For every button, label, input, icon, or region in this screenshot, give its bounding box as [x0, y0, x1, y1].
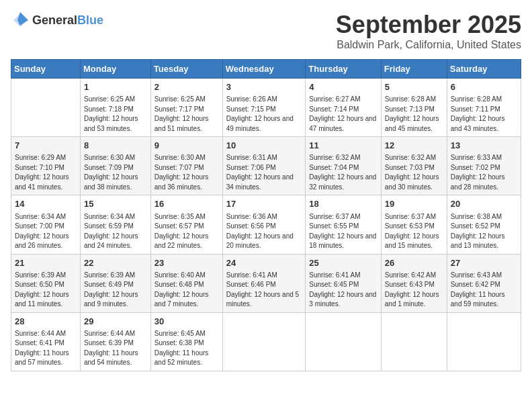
calendar-cell: 19Sunrise: 6:37 AM Sunset: 6:53 PM Dayli…	[381, 195, 447, 254]
day-number: 19	[385, 198, 443, 210]
day-info: Sunrise: 6:34 AM Sunset: 7:00 PM Dayligh…	[15, 212, 77, 251]
day-info: Sunrise: 6:30 AM Sunset: 7:07 PM Dayligh…	[154, 153, 219, 192]
calendar-cell: 7Sunrise: 6:29 AM Sunset: 7:10 PM Daylig…	[11, 137, 81, 195]
day-info: Sunrise: 6:42 AM Sunset: 6:43 PM Dayligh…	[385, 271, 443, 310]
day-number: 1	[84, 81, 147, 93]
day-info: Sunrise: 6:39 AM Sunset: 6:49 PM Dayligh…	[84, 271, 147, 310]
day-info: Sunrise: 6:35 AM Sunset: 6:57 PM Dayligh…	[154, 212, 219, 251]
day-info: Sunrise: 6:29 AM Sunset: 7:10 PM Dayligh…	[15, 153, 77, 192]
logo-blue: Blue	[77, 13, 103, 27]
day-number: 4	[309, 81, 378, 93]
month-title: September 2025	[336, 11, 521, 39]
day-of-week-header: Tuesday	[150, 60, 222, 79]
day-info: Sunrise: 6:25 AM Sunset: 7:17 PM Dayligh…	[154, 95, 219, 134]
day-number: 11	[309, 140, 378, 152]
day-info: Sunrise: 6:37 AM Sunset: 6:55 PM Dayligh…	[309, 212, 378, 251]
day-number: 25	[309, 257, 378, 269]
title-area: September 2025 Baldwin Park, California,…	[336, 11, 521, 51]
calendar-cell	[11, 79, 81, 137]
calendar-cell: 30Sunrise: 6:45 AM Sunset: 6:38 PM Dayli…	[150, 312, 222, 371]
day-info: Sunrise: 6:40 AM Sunset: 6:48 PM Dayligh…	[154, 271, 219, 310]
day-info: Sunrise: 6:33 AM Sunset: 7:02 PM Dayligh…	[451, 153, 517, 192]
day-number: 14	[15, 198, 77, 210]
calendar-header-row: SundayMondayTuesdayWednesdayThursdayFrid…	[11, 60, 521, 79]
day-number: 12	[385, 140, 443, 152]
calendar-cell: 25Sunrise: 6:41 AM Sunset: 6:45 PM Dayli…	[306, 254, 382, 312]
day-number: 20	[451, 198, 517, 210]
logo-icon	[11, 11, 30, 30]
day-number: 10	[226, 140, 302, 152]
logo: GeneralBlue	[11, 11, 103, 30]
calendar-cell: 3Sunrise: 6:26 AM Sunset: 7:15 PM Daylig…	[222, 79, 306, 137]
calendar-cell: 14Sunrise: 6:34 AM Sunset: 7:00 PM Dayli…	[11, 195, 81, 254]
calendar-cell: 9Sunrise: 6:30 AM Sunset: 7:07 PM Daylig…	[150, 137, 222, 195]
day-number: 23	[154, 257, 219, 269]
day-number: 28	[15, 316, 77, 328]
calendar-cell: 10Sunrise: 6:31 AM Sunset: 7:06 PM Dayli…	[222, 137, 306, 195]
day-info: Sunrise: 6:44 AM Sunset: 6:39 PM Dayligh…	[84, 329, 147, 368]
calendar-cell: 2Sunrise: 6:25 AM Sunset: 7:17 PM Daylig…	[150, 79, 222, 137]
day-number: 8	[84, 140, 147, 152]
calendar-table: SundayMondayTuesdayWednesdayThursdayFrid…	[11, 59, 521, 371]
calendar-cell: 17Sunrise: 6:36 AM Sunset: 6:56 PM Dayli…	[222, 195, 306, 254]
calendar-cell	[222, 312, 306, 371]
day-number: 26	[385, 257, 443, 269]
day-info: Sunrise: 6:28 AM Sunset: 7:13 PM Dayligh…	[385, 95, 443, 134]
day-number: 6	[451, 81, 517, 93]
day-of-week-header: Monday	[81, 60, 151, 79]
day-number: 15	[84, 198, 147, 210]
day-info: Sunrise: 6:34 AM Sunset: 6:59 PM Dayligh…	[84, 212, 147, 251]
day-info: Sunrise: 6:26 AM Sunset: 7:15 PM Dayligh…	[226, 95, 302, 134]
day-number: 18	[309, 198, 378, 210]
calendar-cell	[306, 312, 382, 371]
calendar-cell: 20Sunrise: 6:38 AM Sunset: 6:52 PM Dayli…	[447, 195, 521, 254]
day-number: 7	[15, 140, 77, 152]
day-info: Sunrise: 6:41 AM Sunset: 6:46 PM Dayligh…	[226, 271, 302, 310]
day-number: 13	[451, 140, 517, 152]
day-info: Sunrise: 6:36 AM Sunset: 6:56 PM Dayligh…	[226, 212, 302, 251]
day-number: 16	[154, 198, 219, 210]
day-info: Sunrise: 6:39 AM Sunset: 6:50 PM Dayligh…	[15, 271, 77, 310]
calendar-cell: 4Sunrise: 6:27 AM Sunset: 7:14 PM Daylig…	[306, 79, 382, 137]
calendar-week-row: 28Sunrise: 6:44 AM Sunset: 6:41 PM Dayli…	[11, 312, 521, 371]
calendar-cell: 8Sunrise: 6:30 AM Sunset: 7:09 PM Daylig…	[81, 137, 151, 195]
page-header: GeneralBlue September 2025 Baldwin Park,…	[11, 11, 521, 51]
day-number: 21	[15, 257, 77, 269]
calendar-cell: 11Sunrise: 6:32 AM Sunset: 7:04 PM Dayli…	[306, 137, 382, 195]
calendar-body: 1Sunrise: 6:25 AM Sunset: 7:18 PM Daylig…	[11, 79, 521, 371]
day-of-week-header: Wednesday	[222, 60, 306, 79]
calendar-cell: 16Sunrise: 6:35 AM Sunset: 6:57 PM Dayli…	[150, 195, 222, 254]
calendar-cell: 23Sunrise: 6:40 AM Sunset: 6:48 PM Dayli…	[150, 254, 222, 312]
day-number: 29	[84, 316, 147, 328]
calendar-cell: 18Sunrise: 6:37 AM Sunset: 6:55 PM Dayli…	[306, 195, 382, 254]
day-of-week-header: Saturday	[447, 60, 521, 79]
day-info: Sunrise: 6:32 AM Sunset: 7:03 PM Dayligh…	[385, 153, 443, 192]
day-info: Sunrise: 6:37 AM Sunset: 6:53 PM Dayligh…	[385, 212, 443, 251]
day-number: 2	[154, 81, 219, 93]
day-of-week-header: Sunday	[11, 60, 81, 79]
day-number: 9	[154, 140, 219, 152]
calendar-cell: 6Sunrise: 6:28 AM Sunset: 7:11 PM Daylig…	[447, 79, 521, 137]
calendar-cell: 27Sunrise: 6:43 AM Sunset: 6:42 PM Dayli…	[447, 254, 521, 312]
day-number: 24	[226, 257, 302, 269]
day-number: 5	[385, 81, 443, 93]
day-info: Sunrise: 6:45 AM Sunset: 6:38 PM Dayligh…	[154, 329, 219, 368]
calendar-cell: 5Sunrise: 6:28 AM Sunset: 7:13 PM Daylig…	[381, 79, 447, 137]
location-title: Baldwin Park, California, United States	[336, 39, 521, 51]
calendar-cell: 12Sunrise: 6:32 AM Sunset: 7:03 PM Dayli…	[381, 137, 447, 195]
day-info: Sunrise: 6:27 AM Sunset: 7:14 PM Dayligh…	[309, 95, 378, 134]
logo-text: GeneralBlue	[32, 13, 103, 28]
calendar-week-row: 7Sunrise: 6:29 AM Sunset: 7:10 PM Daylig…	[11, 137, 521, 195]
calendar-cell: 22Sunrise: 6:39 AM Sunset: 6:49 PM Dayli…	[81, 254, 151, 312]
calendar-week-row: 21Sunrise: 6:39 AM Sunset: 6:50 PM Dayli…	[11, 254, 521, 312]
day-number: 17	[226, 198, 302, 210]
day-info: Sunrise: 6:38 AM Sunset: 6:52 PM Dayligh…	[451, 212, 517, 251]
day-info: Sunrise: 6:28 AM Sunset: 7:11 PM Dayligh…	[451, 95, 517, 134]
day-info: Sunrise: 6:31 AM Sunset: 7:06 PM Dayligh…	[226, 153, 302, 192]
calendar-cell: 21Sunrise: 6:39 AM Sunset: 6:50 PM Dayli…	[11, 254, 81, 312]
day-number: 27	[451, 257, 517, 269]
calendar-cell: 29Sunrise: 6:44 AM Sunset: 6:39 PM Dayli…	[81, 312, 151, 371]
day-info: Sunrise: 6:41 AM Sunset: 6:45 PM Dayligh…	[309, 271, 378, 310]
day-info: Sunrise: 6:32 AM Sunset: 7:04 PM Dayligh…	[309, 153, 378, 192]
calendar-cell: 15Sunrise: 6:34 AM Sunset: 6:59 PM Dayli…	[81, 195, 151, 254]
